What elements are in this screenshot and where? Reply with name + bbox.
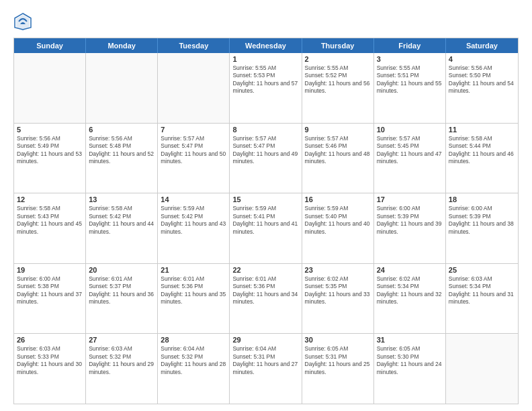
day-info: Sunrise: 6:05 AMSunset: 5:30 PMDaylight:… [377, 345, 443, 376]
day-number: 25 [449, 266, 515, 274]
day-number: 7 [161, 126, 226, 134]
day-number: 21 [161, 266, 226, 274]
day-number: 31 [377, 336, 443, 344]
day-number: 29 [232, 336, 298, 344]
calendar-cell: 23Sunrise: 6:02 AMSunset: 5:35 PMDayligh… [302, 264, 374, 334]
calendar-cell [158, 53, 230, 123]
day-info: Sunrise: 5:58 AMSunset: 5:43 PMDaylight:… [17, 205, 83, 236]
day-info: Sunrise: 6:04 AMSunset: 5:32 PMDaylight:… [161, 345, 226, 376]
calendar-cell: 6Sunrise: 5:56 AMSunset: 5:48 PMDaylight… [86, 124, 158, 193]
calendar-cell: 3Sunrise: 5:55 AMSunset: 5:51 PMDaylight… [374, 53, 446, 123]
day-info: Sunrise: 5:55 AMSunset: 5:52 PMDaylight:… [305, 64, 371, 95]
day-info: Sunrise: 5:59 AMSunset: 5:41 PMDaylight:… [232, 205, 298, 236]
day-number: 22 [232, 266, 298, 274]
calendar-cell: 25Sunrise: 6:03 AMSunset: 5:34 PMDayligh… [446, 264, 518, 334]
day-info: Sunrise: 6:00 AMSunset: 5:39 PMDaylight:… [449, 205, 515, 236]
day-number: 3 [377, 55, 443, 63]
logo [13, 12, 35, 31]
calendar-row-5: 26Sunrise: 6:03 AMSunset: 5:33 PMDayligh… [14, 333, 518, 404]
calendar-cell [14, 53, 86, 123]
day-number: 6 [89, 126, 154, 134]
day-number: 10 [377, 126, 443, 134]
day-number: 15 [232, 195, 298, 203]
day-info: Sunrise: 5:56 AMSunset: 5:50 PMDaylight:… [449, 64, 515, 95]
header [13, 12, 519, 31]
calendar-cell: 14Sunrise: 5:59 AMSunset: 5:42 PMDayligh… [158, 193, 230, 263]
calendar-cell [86, 53, 158, 123]
day-info: Sunrise: 6:01 AMSunset: 5:37 PMDaylight:… [89, 275, 154, 306]
calendar-cell: 21Sunrise: 6:01 AMSunset: 5:36 PMDayligh… [158, 264, 230, 334]
day-number: 14 [161, 195, 226, 203]
header-day-thursday: Thursday [302, 38, 374, 53]
day-info: Sunrise: 5:55 AMSunset: 5:51 PMDaylight:… [377, 64, 443, 95]
day-info: Sunrise: 5:57 AMSunset: 5:47 PMDaylight:… [161, 135, 226, 166]
header-day-saturday: Saturday [446, 38, 518, 53]
calendar-cell: 20Sunrise: 6:01 AMSunset: 5:37 PMDayligh… [86, 264, 158, 334]
day-info: Sunrise: 6:02 AMSunset: 5:34 PMDaylight:… [377, 275, 443, 306]
day-number: 13 [89, 195, 154, 203]
day-number: 28 [161, 336, 226, 344]
day-number: 26 [17, 336, 83, 344]
day-info: Sunrise: 6:05 AMSunset: 5:31 PMDaylight:… [305, 345, 371, 376]
day-number: 11 [449, 126, 515, 134]
day-number: 20 [89, 266, 154, 274]
calendar-cell: 13Sunrise: 5:58 AMSunset: 5:42 PMDayligh… [86, 193, 158, 263]
calendar-cell: 17Sunrise: 6:00 AMSunset: 5:39 PMDayligh… [374, 193, 446, 263]
calendar-cell: 10Sunrise: 5:57 AMSunset: 5:45 PMDayligh… [374, 124, 446, 193]
day-info: Sunrise: 6:03 AMSunset: 5:32 PMDaylight:… [89, 345, 154, 376]
calendar-body: 1Sunrise: 5:55 AMSunset: 5:53 PMDaylight… [14, 53, 518, 404]
day-info: Sunrise: 5:56 AMSunset: 5:49 PMDaylight:… [17, 135, 83, 166]
page: SundayMondayTuesdayWednesdayThursdayFrid… [0, 0, 532, 411]
day-info: Sunrise: 5:59 AMSunset: 5:40 PMDaylight:… [305, 205, 371, 236]
day-number: 30 [305, 336, 371, 344]
day-number: 9 [305, 126, 371, 134]
day-number: 2 [305, 55, 371, 63]
calendar: SundayMondayTuesdayWednesdayThursdayFrid… [13, 38, 519, 404]
calendar-cell: 5Sunrise: 5:56 AMSunset: 5:49 PMDaylight… [14, 124, 86, 193]
day-number: 17 [377, 195, 443, 203]
calendar-cell: 8Sunrise: 5:57 AMSunset: 5:47 PMDaylight… [230, 124, 302, 193]
calendar-cell: 28Sunrise: 6:04 AMSunset: 5:32 PMDayligh… [158, 334, 230, 404]
calendar-cell: 12Sunrise: 5:58 AMSunset: 5:43 PMDayligh… [14, 193, 86, 263]
day-info: Sunrise: 6:04 AMSunset: 5:31 PMDaylight:… [232, 345, 298, 376]
calendar-cell: 1Sunrise: 5:55 AMSunset: 5:53 PMDaylight… [230, 53, 302, 123]
day-number: 12 [17, 195, 83, 203]
calendar-cell: 19Sunrise: 6:00 AMSunset: 5:38 PMDayligh… [14, 264, 86, 334]
calendar-cell [446, 334, 518, 404]
day-info: Sunrise: 6:01 AMSunset: 5:36 PMDaylight:… [161, 275, 226, 306]
calendar-cell: 7Sunrise: 5:57 AMSunset: 5:47 PMDaylight… [158, 124, 230, 193]
day-number: 24 [377, 266, 443, 274]
day-number: 5 [17, 126, 83, 134]
calendar-cell: 4Sunrise: 5:56 AMSunset: 5:50 PMDaylight… [446, 53, 518, 123]
header-day-monday: Monday [86, 38, 158, 53]
calendar-cell: 11Sunrise: 5:58 AMSunset: 5:44 PMDayligh… [446, 124, 518, 193]
day-number: 4 [449, 55, 515, 63]
calendar-cell: 2Sunrise: 5:55 AMSunset: 5:52 PMDaylight… [302, 53, 374, 123]
day-info: Sunrise: 6:01 AMSunset: 5:36 PMDaylight:… [232, 275, 298, 306]
day-info: Sunrise: 6:00 AMSunset: 5:38 PMDaylight:… [17, 275, 83, 306]
calendar-cell: 31Sunrise: 6:05 AMSunset: 5:30 PMDayligh… [374, 334, 446, 404]
day-number: 19 [17, 266, 83, 274]
day-number: 23 [305, 266, 371, 274]
calendar-cell: 15Sunrise: 5:59 AMSunset: 5:41 PMDayligh… [230, 193, 302, 263]
header-day-sunday: Sunday [14, 38, 86, 53]
logo-icon [13, 12, 32, 31]
header-day-friday: Friday [374, 38, 446, 53]
day-info: Sunrise: 5:58 AMSunset: 5:44 PMDaylight:… [449, 135, 515, 166]
day-number: 18 [449, 195, 515, 203]
day-info: Sunrise: 5:59 AMSunset: 5:42 PMDaylight:… [161, 205, 226, 236]
day-number: 27 [89, 336, 154, 344]
day-info: Sunrise: 6:02 AMSunset: 5:35 PMDaylight:… [305, 275, 371, 306]
day-info: Sunrise: 5:56 AMSunset: 5:48 PMDaylight:… [89, 135, 154, 166]
header-day-tuesday: Tuesday [158, 38, 230, 53]
day-info: Sunrise: 5:58 AMSunset: 5:42 PMDaylight:… [89, 205, 154, 236]
day-info: Sunrise: 6:03 AMSunset: 5:34 PMDaylight:… [449, 275, 515, 306]
calendar-row-3: 12Sunrise: 5:58 AMSunset: 5:43 PMDayligh… [14, 193, 518, 263]
calendar-row-4: 19Sunrise: 6:00 AMSunset: 5:38 PMDayligh… [14, 263, 518, 334]
calendar-cell: 26Sunrise: 6:03 AMSunset: 5:33 PMDayligh… [14, 334, 86, 404]
day-number: 1 [232, 55, 298, 63]
calendar-cell: 29Sunrise: 6:04 AMSunset: 5:31 PMDayligh… [230, 334, 302, 404]
calendar-cell: 24Sunrise: 6:02 AMSunset: 5:34 PMDayligh… [374, 264, 446, 334]
day-number: 16 [305, 195, 371, 203]
day-number: 8 [232, 126, 298, 134]
